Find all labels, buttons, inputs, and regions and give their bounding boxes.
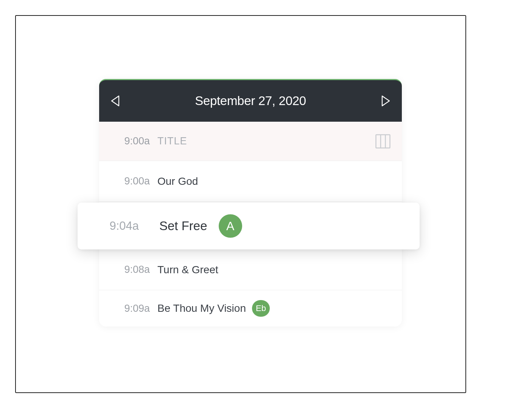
triangle-left-icon <box>110 95 120 107</box>
item-title: Turn & Greet <box>157 264 218 276</box>
list-item-dragging[interactable]: 9:04a Set Free A <box>78 203 420 249</box>
triangle-right-icon <box>381 95 390 107</box>
columns-icon <box>375 134 390 149</box>
key-badge: A <box>219 214 242 238</box>
columns-button[interactable] <box>375 134 390 149</box>
item-time: 9:00a <box>112 175 150 187</box>
item-time: 9:08a <box>112 264 150 276</box>
item-title: Our God <box>157 175 198 187</box>
next-date-button[interactable] <box>381 95 390 107</box>
list-item[interactable]: 9:09a Be Thou My Vision Eb <box>99 290 402 327</box>
item-title: Be Thou My Vision <box>157 302 246 314</box>
date-header: September 27, 2020 <box>99 79 402 122</box>
list-subheader: 9:00a TITLE <box>99 122 402 161</box>
list-item[interactable]: 9:08a Turn & Greet <box>99 249 402 290</box>
item-time: 9:04a <box>90 219 139 233</box>
svg-rect-0 <box>376 135 390 148</box>
item-time: 9:09a <box>112 303 150 314</box>
prev-date-button[interactable] <box>110 95 120 107</box>
subheader-title-label: TITLE <box>157 135 187 147</box>
item-title: Set Free <box>159 219 207 233</box>
subheader-time: 9:00a <box>112 135 150 147</box>
list-item[interactable]: 9:00a Our God <box>99 161 402 202</box>
outer-frame: September 27, 2020 9:00a TITLE <box>15 15 466 393</box>
key-badge: Eb <box>252 300 270 317</box>
header-date: September 27, 2020 <box>195 94 306 108</box>
